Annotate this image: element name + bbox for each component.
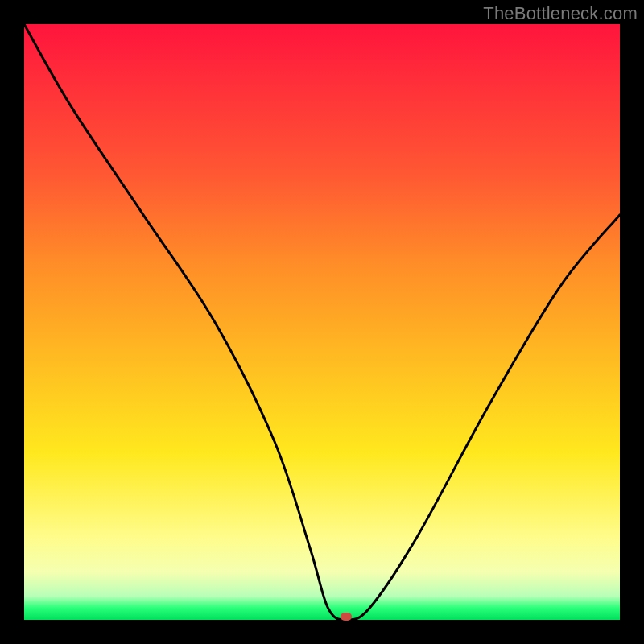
plot-area xyxy=(24,24,620,620)
bottleneck-curve xyxy=(24,24,620,620)
attribution-label: TheBottleneck.com xyxy=(483,3,638,24)
chart-frame: TheBottleneck.com xyxy=(0,0,644,644)
optimal-point-marker xyxy=(341,613,352,621)
